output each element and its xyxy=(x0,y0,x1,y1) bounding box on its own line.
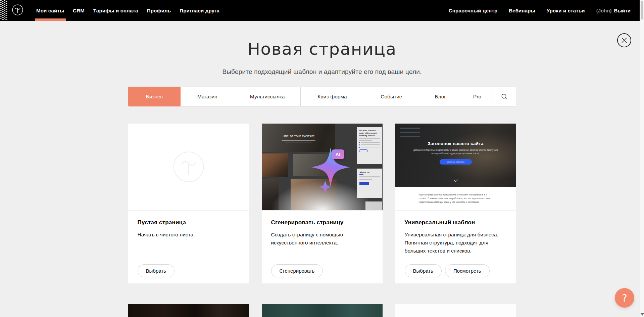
choose-button[interactable]: Выбрать xyxy=(405,264,442,277)
secondary-menu: Справочный центр Вебинары Уроки и статьи… xyxy=(449,8,631,13)
tilda-watermark-icon xyxy=(172,151,205,183)
tilda-logo[interactable] xyxy=(12,4,23,17)
template-grid: Пустая страница Начать с чистого листа. … xyxy=(128,124,516,283)
chevron-down-icon xyxy=(453,179,458,182)
nav-item-label: Профиль xyxy=(147,8,171,13)
card-description: Универсальная страница для бизнеса. Поня… xyxy=(405,231,506,255)
tab-quiz-form[interactable]: Квиз-форма xyxy=(300,87,364,106)
tab-blog[interactable]: Блог xyxy=(419,87,462,106)
card-title: Сгенерировать страницу xyxy=(271,219,373,226)
tab-business[interactable]: Бизнес xyxy=(128,87,181,106)
collage-hero-title: Title of Your Website xyxy=(262,134,336,138)
nav-item-crm[interactable]: CRM xyxy=(68,0,89,21)
tab-label: Мультиссылка xyxy=(250,94,285,100)
card-info: Сгенерировать страницу Создать страницу … xyxy=(262,211,383,283)
collage-service-title: Get your house in order with a smart cle… xyxy=(359,129,381,137)
collage-service-tile: Get your house in order with a smart cle… xyxy=(357,127,383,164)
card-info: Пустая страница Начать с чистого листа. … xyxy=(128,211,249,283)
help-button[interactable]: ? xyxy=(615,288,634,308)
card-actions: Выбрать xyxy=(138,264,175,277)
nav-item-tariffs[interactable]: Тарифы и оплата xyxy=(89,0,143,21)
main-menu: Мои сайты CRM Тарифы и оплата Профиль Пр… xyxy=(32,0,224,21)
user-name: (John) xyxy=(596,8,612,13)
tab-label: Бизнес xyxy=(146,94,163,100)
template-card-partial[interactable] xyxy=(262,304,383,317)
tab-label: Квиз-форма xyxy=(317,94,347,100)
logout-link[interactable]: Выйти xyxy=(614,8,631,13)
new-page-dialog: Новая страница Выберите подходящий шабло… xyxy=(128,39,516,317)
tab-label: Блог xyxy=(435,94,446,100)
ai-template-thumbnail: Title of Your Website Get your house in … xyxy=(262,124,383,211)
template-card-ai-generate[interactable]: Title of Your Website Get your house in … xyxy=(262,124,383,283)
template-card-blank[interactable]: Пустая страница Начать с чистого листа. … xyxy=(128,124,249,283)
card-title: Пустая страница xyxy=(138,219,240,226)
template-card-universal[interactable]: Заголовок вашего сайта Добавьте интересн… xyxy=(395,124,516,283)
card-description: Создать страницу с помощью искусственног… xyxy=(271,231,373,247)
template-category-tabs: Бизнес Магазин Мультиссылка Квиз-форма С… xyxy=(128,87,516,106)
generate-button[interactable]: Сгенерировать xyxy=(271,264,323,277)
nav-item-label: Мои сайты xyxy=(36,8,64,13)
template-card-partial[interactable] xyxy=(128,304,249,317)
search-icon xyxy=(501,93,508,100)
card-actions: Сгенерировать xyxy=(271,264,323,277)
page-scrollbar[interactable] xyxy=(640,0,644,317)
nav-item-help-center[interactable]: Справочный центр xyxy=(449,8,498,13)
nav-item-invite-friend[interactable]: Пригласи друга xyxy=(175,0,224,21)
card-info: Универсальный шаблон Универсальная стран… xyxy=(395,211,516,283)
page-subtitle: Выберите подходящий шаблон и адаптируйте… xyxy=(128,68,516,76)
page-title: Новая страница xyxy=(128,39,516,59)
preview-body-text: Коротко представьтесь и расскажите о ком… xyxy=(419,193,493,204)
tab-label: Магазин xyxy=(197,94,217,100)
preview-hero-section: Заголовок вашего сайта Добавьте интересн… xyxy=(395,124,516,187)
preview-body-section: Коротко представьтесь и расскажите о ком… xyxy=(395,187,516,210)
preview-decor-lines xyxy=(400,128,420,140)
tab-pro[interactable]: Pro xyxy=(462,87,493,106)
choose-button[interactable]: Выбрать xyxy=(138,264,175,277)
tab-label: Событие xyxy=(381,94,402,100)
card-title: Универсальный шаблон xyxy=(405,219,507,226)
user-session: (John) Выйти xyxy=(596,8,631,13)
card-actions: Выбрать Посмотреть xyxy=(405,264,490,277)
close-button[interactable] xyxy=(617,33,631,47)
nav-item-lessons[interactable]: Уроки и статьи xyxy=(547,8,585,13)
nav-item-profile[interactable]: Профиль xyxy=(143,0,176,21)
nav-item-label: CRM xyxy=(73,8,85,13)
blank-template-thumbnail xyxy=(128,124,249,211)
card-description: Начать с чистого листа. xyxy=(138,231,239,239)
nav-item-label: Вебинары xyxy=(509,8,535,13)
ai-badge: AI xyxy=(332,149,344,159)
preview-hero-subtitle: Добавьте интересные подробности о вашей … xyxy=(412,148,499,155)
nav-item-label: Тарифы и оплата xyxy=(93,8,138,13)
nav-item-webinars[interactable]: Вебинары xyxy=(509,8,535,13)
nav-item-label: Пригласи друга xyxy=(180,8,219,13)
view-button[interactable]: Посмотреть xyxy=(445,264,490,277)
universal-template-thumbnail: Заголовок вашего сайта Добавьте интересн… xyxy=(395,124,516,211)
close-icon xyxy=(621,37,627,43)
tab-event[interactable]: Событие xyxy=(364,87,419,106)
collage-about-title: About us xyxy=(359,171,380,174)
template-card-partial[interactable] xyxy=(395,304,516,317)
nav-item-label: Справочный центр xyxy=(449,8,498,13)
nav-item-my-sites[interactable]: Мои сайты xyxy=(32,0,68,21)
template-grid-row2-partial xyxy=(128,304,516,317)
left-edge-zigzag-pattern xyxy=(0,0,7,21)
tab-search[interactable] xyxy=(493,87,516,106)
ai-sparkle-small-icon xyxy=(318,180,332,194)
nav-item-label: Уроки и статьи xyxy=(547,8,585,13)
top-navbar: Мои сайты CRM Тарифы и оплата Профиль Пр… xyxy=(0,0,644,21)
scrollbar-down-arrow[interactable] xyxy=(641,313,644,316)
tab-shop[interactable]: Магазин xyxy=(181,87,234,106)
tab-multilink[interactable]: Мультиссылка xyxy=(234,87,300,106)
tab-label: Pro xyxy=(473,94,481,100)
scrollbar-thumb[interactable] xyxy=(641,1,643,19)
collage-sofa-photo xyxy=(262,153,288,177)
active-nav-underline xyxy=(35,18,66,21)
preview-cta-button: основное действие xyxy=(440,159,472,165)
